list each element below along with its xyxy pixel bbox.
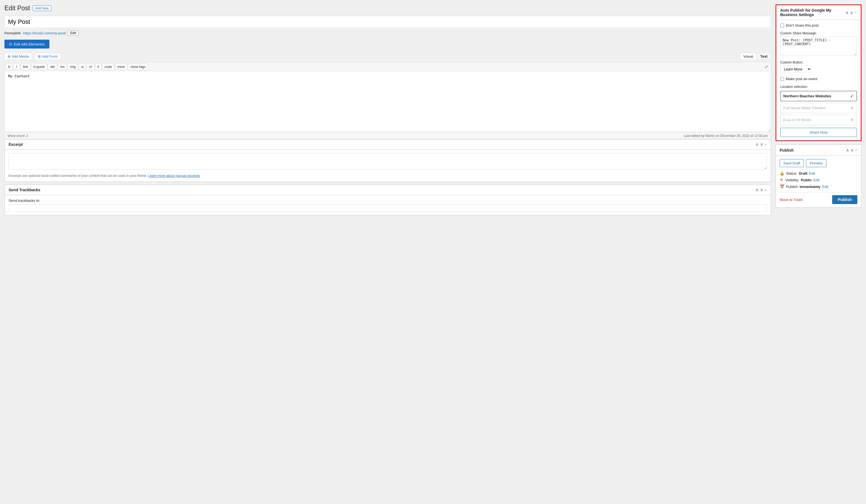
make-event-checkbox[interactable] xyxy=(780,77,784,81)
auto-publish-header[interactable]: Auto Publish for Google My Business Sett… xyxy=(776,5,861,20)
publish-actions-row: Save Draft Preview xyxy=(780,159,857,167)
excerpt-header[interactable]: Excerpt ∧ ∨ − xyxy=(5,139,771,150)
excerpt-textarea[interactable] xyxy=(9,153,767,170)
visual-tab[interactable]: Visual xyxy=(740,53,757,60)
share-now-button[interactable]: Share Now xyxy=(780,128,857,137)
add-media-label: Add Media xyxy=(12,54,29,58)
preview-button[interactable]: Preview xyxy=(806,159,826,167)
location-item-full-house[interactable]: Full House Water Filtration ✕ xyxy=(780,103,857,113)
event-checkbox-row: Make post an event xyxy=(780,77,857,81)
auto-publish-expand-icon[interactable]: ∨ xyxy=(850,10,853,15)
trackback-input[interactable] xyxy=(9,204,767,212)
publish-time-row: 📅 Publish immediately Edit xyxy=(780,184,857,189)
permalink-url[interactable]: https://local2.com/my-post/ xyxy=(23,31,66,35)
img-button[interactable]: img xyxy=(68,64,78,70)
trackbacks-header[interactable]: Send Trackbacks ∧ ∨ − xyxy=(5,185,771,195)
close-tags-button[interactable]: close tags xyxy=(128,64,148,70)
auto-publish-title: Auto Publish for Google My Business Sett… xyxy=(780,8,845,17)
trackbacks-controls: ∧ ∨ − xyxy=(756,188,767,192)
auto-publish-collapse-icon[interactable]: ∧ xyxy=(845,10,849,15)
status-icon: 🔒 xyxy=(780,171,785,175)
ins-button[interactable]: ins xyxy=(58,64,67,70)
code-button[interactable]: code xyxy=(102,64,114,70)
post-title-input[interactable] xyxy=(4,16,771,28)
visibility-edit-link[interactable]: Edit xyxy=(813,178,819,182)
del-button[interactable]: del xyxy=(48,64,57,70)
excerpt-expand-icon[interactable]: ∨ xyxy=(760,142,763,147)
custom-button-label: Custom Button: xyxy=(780,60,857,64)
visibility-icon: 👁 xyxy=(780,178,784,182)
add-form-button[interactable]: ⊞ Add Form xyxy=(35,53,61,60)
status-row: 🔒 Status: Draft Edit xyxy=(780,171,857,175)
visibility-value: Public xyxy=(801,178,812,182)
custom-message-textarea[interactable]: New Post: [POST_TITLE] - [POST_CONTENT] xyxy=(780,36,857,56)
publish-controls: ∧ ∨ − xyxy=(846,148,857,153)
italic-button[interactable]: i xyxy=(13,64,20,70)
make-event-label: Make post an event xyxy=(786,77,817,81)
bquote-button[interactable]: b-quote xyxy=(31,64,47,70)
publish-header[interactable]: Publish ∧ ∨ − xyxy=(776,145,861,156)
link-button[interactable]: link xyxy=(21,64,31,70)
dont-share-row: Don't share this post xyxy=(780,23,857,27)
trackbacks-collapse-icon[interactable]: ∧ xyxy=(756,188,759,192)
publish-toggle-icon[interactable]: − xyxy=(855,148,857,153)
visibility-row: 👁 Visibility: Public Edit xyxy=(780,178,857,182)
excerpt-toggle-icon[interactable]: − xyxy=(764,142,767,147)
location-name-northern-beaches: Northern Beaches Websites xyxy=(783,94,831,98)
elementor-icon: ⊙ xyxy=(9,42,12,46)
location-selection-label: Location selection: xyxy=(780,85,857,89)
auto-publish-toggle-icon[interactable]: − xyxy=(854,10,857,15)
excerpt-learn-more-link[interactable]: Learn more about manual excerpts xyxy=(148,174,200,178)
custom-button-select[interactable]: Learn More Book Order Online Shop Sign U… xyxy=(780,66,812,73)
add-form-label: Add Form xyxy=(42,54,58,58)
trackbacks-expand-icon[interactable]: ∨ xyxy=(760,188,763,192)
dont-share-checkbox[interactable] xyxy=(780,24,784,27)
page-title: Edit Post xyxy=(4,4,30,12)
save-draft-button[interactable]: Save Draft xyxy=(780,159,804,167)
publish-body: Save Draft Preview 🔒 Status: Draft Edit … xyxy=(776,156,861,207)
text-tab[interactable]: Text xyxy=(757,53,771,60)
location-item-easy-blinds[interactable]: Easy to Fit Blinds ✕ xyxy=(780,115,857,125)
publish-expand-icon[interactable]: ∨ xyxy=(851,148,854,153)
move-trash-link[interactable]: Move to Trash xyxy=(780,198,802,202)
editor-toolbar: b i link b-quote del ins img ul ol li co… xyxy=(4,62,771,71)
status-edit-link[interactable]: Edit xyxy=(809,171,815,175)
expand-icon[interactable]: ⤢ xyxy=(763,64,770,70)
add-form-icon: ⊞ xyxy=(38,54,41,58)
location-item-northern-beaches[interactable]: Northern Beaches Websites ✓ xyxy=(780,91,857,101)
publish-time-edit-link[interactable]: Edit xyxy=(822,185,828,189)
trackback-send-label: Send trackbacks to: xyxy=(9,198,767,203)
ol-button[interactable]: ol xyxy=(87,64,94,70)
location-inactive-icon-2: ✕ xyxy=(850,117,854,123)
publish-panel: Publish ∧ ∨ − Save Draft Preview 🔒 Statu… xyxy=(776,145,862,208)
location-inactive-icon-1: ✕ xyxy=(850,105,854,111)
permalink-edit-button[interactable]: Edit xyxy=(68,30,79,36)
bold-button[interactable]: b xyxy=(6,64,13,70)
post-content-editor[interactable]: My Content xyxy=(4,71,771,132)
elementor-button[interactable]: ⊙ Edit with Elementor xyxy=(4,39,49,48)
trackbacks-title: Send Trackbacks xyxy=(9,188,756,192)
calendar-icon: 📅 xyxy=(780,184,785,189)
publish-button[interactable]: Publish xyxy=(832,195,857,204)
add-media-button[interactable]: ⊕ Add Media xyxy=(4,53,32,60)
li-button[interactable]: li xyxy=(95,64,102,70)
more-button[interactable]: more xyxy=(115,64,127,70)
custom-message-label: Custom Share Message: xyxy=(780,31,857,35)
publish-collapse-icon[interactable]: ∧ xyxy=(846,148,850,153)
ul-button[interactable]: ul xyxy=(79,64,86,70)
visibility-label: Visibility: xyxy=(785,178,799,182)
dont-share-label: Don't share this post xyxy=(786,23,819,27)
excerpt-metabox: Excerpt ∧ ∨ − Excerpts are optional hand… xyxy=(4,139,771,182)
location-name-full-house: Full House Water Filtration xyxy=(783,106,826,110)
add-new-button[interactable]: Add New xyxy=(33,5,51,11)
excerpt-collapse-icon[interactable]: ∧ xyxy=(756,142,759,147)
excerpt-title: Excerpt xyxy=(9,142,756,147)
last-edited: Last edited by Martin on December 30, 20… xyxy=(684,134,768,138)
location-name-easy-blinds: Easy to Fit Blinds xyxy=(783,118,811,122)
permalink-label: Permalink: xyxy=(4,31,21,35)
excerpt-help: Excerpts are optional hand-crafted summa… xyxy=(9,173,767,178)
trackbacks-body: Send trackbacks to: xyxy=(5,195,771,215)
location-selected-icon: ✓ xyxy=(850,93,854,99)
trackbacks-toggle-icon[interactable]: − xyxy=(764,188,767,192)
sidebar: Auto Publish for Google My Business Sett… xyxy=(776,4,862,218)
